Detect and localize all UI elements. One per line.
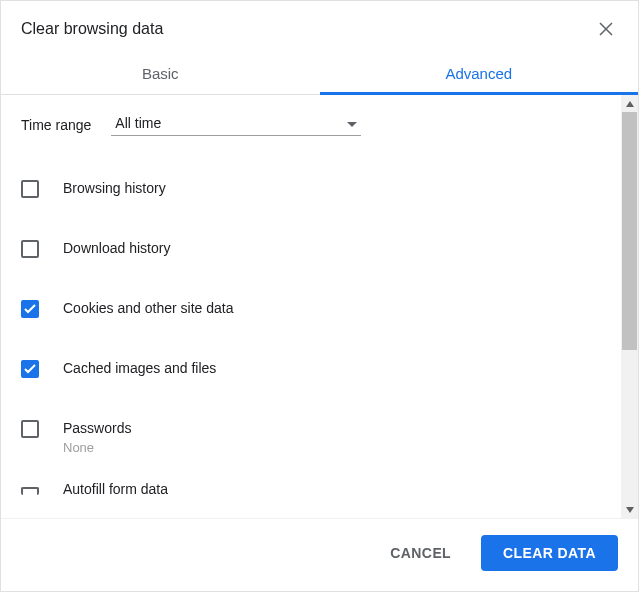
content-wrap: Time range All time Browsing history <box>1 95 638 518</box>
option-label: Download history <box>63 238 170 258</box>
option-download-history: Download history <box>21 226 618 286</box>
close-button[interactable] <box>594 17 618 41</box>
option-label: Passwords <box>63 418 131 438</box>
option-cached: Cached images and files <box>21 346 618 406</box>
scroll-thumb[interactable] <box>622 112 637 350</box>
dialog-title: Clear browsing data <box>21 20 163 38</box>
dialog-footer: CANCEL CLEAR DATA <box>1 518 638 591</box>
checkbox-browsing-history[interactable] <box>21 180 39 198</box>
close-icon <box>598 21 614 37</box>
time-range-select[interactable]: All time <box>111 113 361 136</box>
option-label: Cookies and other site data <box>63 298 233 318</box>
clear-data-button[interactable]: CLEAR DATA <box>481 535 618 571</box>
checkbox-cached[interactable] <box>21 360 39 378</box>
cancel-button[interactable]: CANCEL <box>368 535 473 571</box>
tab-advanced[interactable]: Advanced <box>320 51 639 94</box>
dialog-header: Clear browsing data <box>1 1 638 51</box>
option-label: Autofill form data <box>63 479 168 499</box>
tabs: Basic Advanced <box>1 51 638 95</box>
option-cookies: Cookies and other site data <box>21 286 618 346</box>
checkbox-download-history[interactable] <box>21 240 39 258</box>
tab-basic[interactable]: Basic <box>1 51 320 94</box>
checkbox-passwords[interactable] <box>21 420 39 438</box>
checkbox-autofill[interactable] <box>21 487 39 495</box>
options-list: Browsing history Download history <box>21 166 618 499</box>
time-range-value: All time <box>115 115 161 131</box>
scrollbar[interactable] <box>621 95 638 518</box>
scroll-up-arrow-icon[interactable] <box>621 95 638 112</box>
option-label: Cached images and files <box>63 358 216 378</box>
option-label: Browsing history <box>63 178 166 198</box>
option-browsing-history: Browsing history <box>21 166 618 226</box>
option-autofill: Autofill form data <box>21 467 618 499</box>
content: Time range All time Browsing history <box>1 95 638 518</box>
option-sub: None <box>63 440 131 455</box>
time-range-label: Time range <box>21 117 91 133</box>
clear-browsing-data-dialog: Clear browsing data Basic Advanced Time … <box>0 0 639 592</box>
time-range-row: Time range All time <box>21 113 618 136</box>
checkbox-cookies[interactable] <box>21 300 39 318</box>
chevron-down-icon <box>347 115 357 131</box>
option-passwords: Passwords None <box>21 406 618 467</box>
scroll-down-arrow-icon[interactable] <box>621 501 638 518</box>
